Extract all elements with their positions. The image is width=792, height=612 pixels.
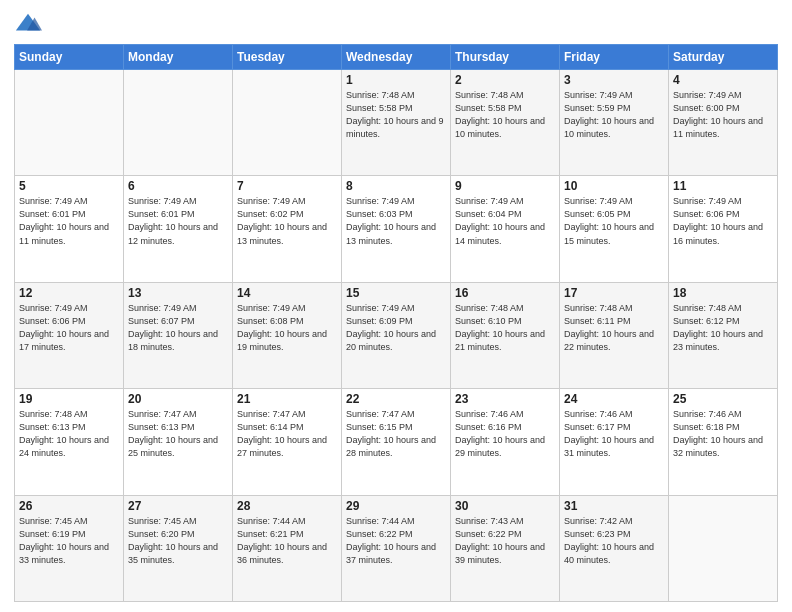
day-number: 21 bbox=[237, 392, 337, 406]
day-info: Sunrise: 7:49 AMSunset: 6:01 PMDaylight:… bbox=[19, 195, 119, 247]
day-number: 20 bbox=[128, 392, 228, 406]
calendar-cell: 20Sunrise: 7:47 AMSunset: 6:13 PMDayligh… bbox=[124, 389, 233, 495]
calendar-cell: 25Sunrise: 7:46 AMSunset: 6:18 PMDayligh… bbox=[669, 389, 778, 495]
calendar-cell bbox=[124, 70, 233, 176]
calendar-header-row: SundayMondayTuesdayWednesdayThursdayFrid… bbox=[15, 45, 778, 70]
day-number: 12 bbox=[19, 286, 119, 300]
day-info: Sunrise: 7:46 AMSunset: 6:18 PMDaylight:… bbox=[673, 408, 773, 460]
calendar-week-3: 12Sunrise: 7:49 AMSunset: 6:06 PMDayligh… bbox=[15, 282, 778, 388]
logo bbox=[14, 10, 46, 38]
day-number: 31 bbox=[564, 499, 664, 513]
logo-icon bbox=[14, 10, 42, 38]
day-info: Sunrise: 7:49 AMSunset: 6:06 PMDaylight:… bbox=[673, 195, 773, 247]
day-number: 23 bbox=[455, 392, 555, 406]
day-header-saturday: Saturday bbox=[669, 45, 778, 70]
calendar-cell: 21Sunrise: 7:47 AMSunset: 6:14 PMDayligh… bbox=[233, 389, 342, 495]
calendar-cell: 6Sunrise: 7:49 AMSunset: 6:01 PMDaylight… bbox=[124, 176, 233, 282]
calendar-cell: 16Sunrise: 7:48 AMSunset: 6:10 PMDayligh… bbox=[451, 282, 560, 388]
calendar-cell: 4Sunrise: 7:49 AMSunset: 6:00 PMDaylight… bbox=[669, 70, 778, 176]
day-number: 4 bbox=[673, 73, 773, 87]
calendar-week-1: 1Sunrise: 7:48 AMSunset: 5:58 PMDaylight… bbox=[15, 70, 778, 176]
day-number: 25 bbox=[673, 392, 773, 406]
day-number: 13 bbox=[128, 286, 228, 300]
calendar-cell: 27Sunrise: 7:45 AMSunset: 6:20 PMDayligh… bbox=[124, 495, 233, 601]
day-info: Sunrise: 7:49 AMSunset: 6:01 PMDaylight:… bbox=[128, 195, 228, 247]
day-info: Sunrise: 7:48 AMSunset: 6:12 PMDaylight:… bbox=[673, 302, 773, 354]
calendar-cell: 22Sunrise: 7:47 AMSunset: 6:15 PMDayligh… bbox=[342, 389, 451, 495]
day-header-thursday: Thursday bbox=[451, 45, 560, 70]
calendar-cell: 9Sunrise: 7:49 AMSunset: 6:04 PMDaylight… bbox=[451, 176, 560, 282]
day-header-monday: Monday bbox=[124, 45, 233, 70]
day-number: 24 bbox=[564, 392, 664, 406]
day-number: 17 bbox=[564, 286, 664, 300]
day-number: 9 bbox=[455, 179, 555, 193]
day-info: Sunrise: 7:48 AMSunset: 6:13 PMDaylight:… bbox=[19, 408, 119, 460]
day-number: 8 bbox=[346, 179, 446, 193]
day-info: Sunrise: 7:42 AMSunset: 6:23 PMDaylight:… bbox=[564, 515, 664, 567]
day-number: 27 bbox=[128, 499, 228, 513]
day-number: 15 bbox=[346, 286, 446, 300]
calendar-table: SundayMondayTuesdayWednesdayThursdayFrid… bbox=[14, 44, 778, 602]
day-info: Sunrise: 7:47 AMSunset: 6:15 PMDaylight:… bbox=[346, 408, 446, 460]
calendar-cell: 5Sunrise: 7:49 AMSunset: 6:01 PMDaylight… bbox=[15, 176, 124, 282]
day-number: 30 bbox=[455, 499, 555, 513]
calendar-cell: 23Sunrise: 7:46 AMSunset: 6:16 PMDayligh… bbox=[451, 389, 560, 495]
day-number: 26 bbox=[19, 499, 119, 513]
day-header-sunday: Sunday bbox=[15, 45, 124, 70]
calendar-cell: 15Sunrise: 7:49 AMSunset: 6:09 PMDayligh… bbox=[342, 282, 451, 388]
day-info: Sunrise: 7:49 AMSunset: 6:06 PMDaylight:… bbox=[19, 302, 119, 354]
day-info: Sunrise: 7:45 AMSunset: 6:20 PMDaylight:… bbox=[128, 515, 228, 567]
calendar-cell: 17Sunrise: 7:48 AMSunset: 6:11 PMDayligh… bbox=[560, 282, 669, 388]
day-number: 16 bbox=[455, 286, 555, 300]
calendar-cell: 11Sunrise: 7:49 AMSunset: 6:06 PMDayligh… bbox=[669, 176, 778, 282]
day-number: 22 bbox=[346, 392, 446, 406]
day-number: 19 bbox=[19, 392, 119, 406]
calendar-week-5: 26Sunrise: 7:45 AMSunset: 6:19 PMDayligh… bbox=[15, 495, 778, 601]
day-header-tuesday: Tuesday bbox=[233, 45, 342, 70]
calendar-cell: 8Sunrise: 7:49 AMSunset: 6:03 PMDaylight… bbox=[342, 176, 451, 282]
day-info: Sunrise: 7:49 AMSunset: 6:02 PMDaylight:… bbox=[237, 195, 337, 247]
header bbox=[14, 10, 778, 38]
day-info: Sunrise: 7:48 AMSunset: 6:10 PMDaylight:… bbox=[455, 302, 555, 354]
day-number: 10 bbox=[564, 179, 664, 193]
day-info: Sunrise: 7:43 AMSunset: 6:22 PMDaylight:… bbox=[455, 515, 555, 567]
day-number: 7 bbox=[237, 179, 337, 193]
calendar-cell: 18Sunrise: 7:48 AMSunset: 6:12 PMDayligh… bbox=[669, 282, 778, 388]
calendar-cell: 3Sunrise: 7:49 AMSunset: 5:59 PMDaylight… bbox=[560, 70, 669, 176]
calendar-cell: 28Sunrise: 7:44 AMSunset: 6:21 PMDayligh… bbox=[233, 495, 342, 601]
calendar-cell: 14Sunrise: 7:49 AMSunset: 6:08 PMDayligh… bbox=[233, 282, 342, 388]
day-number: 14 bbox=[237, 286, 337, 300]
day-number: 5 bbox=[19, 179, 119, 193]
day-number: 2 bbox=[455, 73, 555, 87]
day-info: Sunrise: 7:47 AMSunset: 6:14 PMDaylight:… bbox=[237, 408, 337, 460]
day-info: Sunrise: 7:49 AMSunset: 6:04 PMDaylight:… bbox=[455, 195, 555, 247]
day-info: Sunrise: 7:46 AMSunset: 6:16 PMDaylight:… bbox=[455, 408, 555, 460]
day-info: Sunrise: 7:45 AMSunset: 6:19 PMDaylight:… bbox=[19, 515, 119, 567]
calendar-cell: 24Sunrise: 7:46 AMSunset: 6:17 PMDayligh… bbox=[560, 389, 669, 495]
day-info: Sunrise: 7:48 AMSunset: 5:58 PMDaylight:… bbox=[455, 89, 555, 141]
calendar-cell: 29Sunrise: 7:44 AMSunset: 6:22 PMDayligh… bbox=[342, 495, 451, 601]
day-info: Sunrise: 7:49 AMSunset: 6:09 PMDaylight:… bbox=[346, 302, 446, 354]
day-info: Sunrise: 7:44 AMSunset: 6:21 PMDaylight:… bbox=[237, 515, 337, 567]
calendar-cell bbox=[15, 70, 124, 176]
day-number: 1 bbox=[346, 73, 446, 87]
calendar-week-4: 19Sunrise: 7:48 AMSunset: 6:13 PMDayligh… bbox=[15, 389, 778, 495]
calendar-cell: 19Sunrise: 7:48 AMSunset: 6:13 PMDayligh… bbox=[15, 389, 124, 495]
day-info: Sunrise: 7:49 AMSunset: 5:59 PMDaylight:… bbox=[564, 89, 664, 141]
day-info: Sunrise: 7:49 AMSunset: 6:03 PMDaylight:… bbox=[346, 195, 446, 247]
day-number: 3 bbox=[564, 73, 664, 87]
day-info: Sunrise: 7:49 AMSunset: 6:00 PMDaylight:… bbox=[673, 89, 773, 141]
day-info: Sunrise: 7:47 AMSunset: 6:13 PMDaylight:… bbox=[128, 408, 228, 460]
day-header-wednesday: Wednesday bbox=[342, 45, 451, 70]
calendar-cell bbox=[233, 70, 342, 176]
calendar-cell: 1Sunrise: 7:48 AMSunset: 5:58 PMDaylight… bbox=[342, 70, 451, 176]
calendar-cell: 12Sunrise: 7:49 AMSunset: 6:06 PMDayligh… bbox=[15, 282, 124, 388]
calendar-cell: 31Sunrise: 7:42 AMSunset: 6:23 PMDayligh… bbox=[560, 495, 669, 601]
calendar-cell: 10Sunrise: 7:49 AMSunset: 6:05 PMDayligh… bbox=[560, 176, 669, 282]
calendar-cell bbox=[669, 495, 778, 601]
day-info: Sunrise: 7:46 AMSunset: 6:17 PMDaylight:… bbox=[564, 408, 664, 460]
day-info: Sunrise: 7:49 AMSunset: 6:07 PMDaylight:… bbox=[128, 302, 228, 354]
day-info: Sunrise: 7:44 AMSunset: 6:22 PMDaylight:… bbox=[346, 515, 446, 567]
day-header-friday: Friday bbox=[560, 45, 669, 70]
page: SundayMondayTuesdayWednesdayThursdayFrid… bbox=[0, 0, 792, 612]
